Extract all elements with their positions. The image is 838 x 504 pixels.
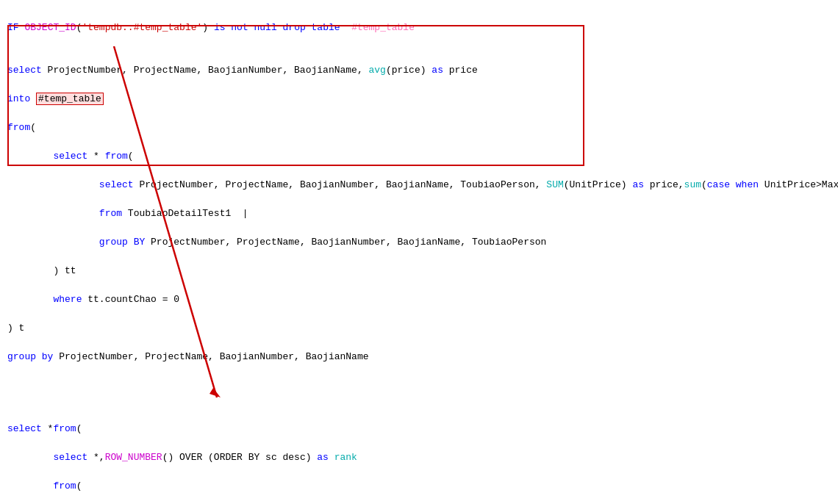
line-groupby2: group by ProjectNumber, ProjectName, Bao… — [7, 350, 831, 364]
code-content: IF OBJECT_ID('tempdb..#temp_table') is n… — [7, 6, 831, 504]
line-select1: select ProjectNumber, ProjectName, Baoji… — [7, 63, 831, 78]
page-wrapper: IF OBJECT_ID('tempdb..#temp_table') is n… — [7, 6, 831, 504]
line-select5: select *,ROW_NUMBER() OVER (ORDER BY sc … — [7, 450, 831, 465]
line-tt: ) tt — [7, 264, 831, 278]
line-select4: select *from( — [7, 422, 831, 436]
line-from2: from ToubiaoDetailTest1 | — [7, 206, 831, 221]
line-into: into #temp_table — [7, 92, 831, 107]
highlight-temp-table-1: #temp_table — [36, 93, 104, 105]
line-from1: from( — [7, 120, 831, 135]
line-groupby1: group BY ProjectNumber, ProjectName, Bao… — [7, 235, 831, 250]
line-if: IF OBJECT_ID('tempdb..#temp_table') is n… — [7, 21, 831, 35]
line-from3: from( — [7, 479, 831, 494]
line-select2: select * from( — [7, 149, 831, 164]
line-close-t: ) t — [7, 321, 831, 336]
line-where1: where tt.countChao = 0 — [7, 292, 831, 307]
line-blank1 — [7, 393, 831, 408]
line-select3: select ProjectNumber, ProjectName, Baoji… — [7, 178, 831, 192]
